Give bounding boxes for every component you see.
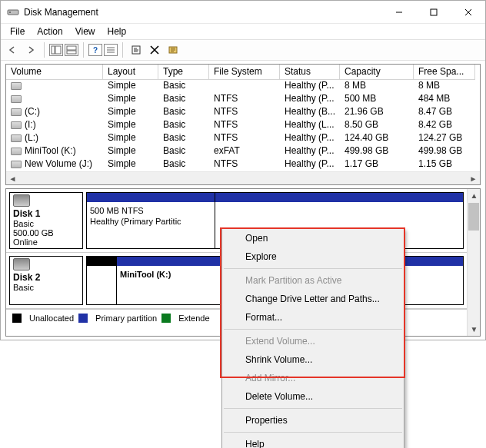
back-button[interactable]: [4, 41, 21, 58]
partition-size: 500 MB NTFS: [90, 206, 144, 215]
cell: Basic: [158, 132, 209, 145]
col-layout[interactable]: Layout: [103, 65, 158, 80]
menu-extend-volume[interactable]: Extend Volume...: [222, 332, 404, 350]
cell: 8.47 GB: [414, 106, 475, 119]
close-button[interactable]: [451, 1, 485, 23]
action-icon[interactable]: [165, 41, 181, 58]
volume-list-body[interactable]: SimpleBasicHealthy (P...8 MB8 MBSimpleBa…: [6, 80, 480, 171]
scroll-right-icon[interactable]: ►: [467, 172, 480, 185]
cell: 8 MB: [340, 80, 414, 93]
cell: [6, 80, 103, 93]
col-freespace[interactable]: Free Spa...: [414, 65, 475, 80]
horizontal-scrollbar[interactable]: ◄ ►: [6, 171, 480, 184]
disk-2-partition-unallocated[interactable]: [86, 256, 117, 305]
cell: Simple: [103, 93, 158, 106]
cell: 499.98 GB: [414, 145, 475, 158]
col-status[interactable]: Status: [280, 65, 340, 80]
forward-button[interactable]: [22, 41, 39, 58]
cell: 484 MB: [414, 93, 475, 106]
menu-shrink-volume[interactable]: Shrink Volume...: [222, 350, 404, 369]
volume-row[interactable]: SimpleBasicHealthy (P...8 MB8 MB: [6, 80, 480, 93]
menu-help[interactable]: Help: [103, 25, 131, 38]
cell: Simple: [103, 119, 158, 132]
volume-row[interactable]: New Volume (J:)SimpleBasicNTFSHealthy (P…: [6, 158, 480, 171]
menu-format[interactable]: Format...: [222, 308, 404, 327]
cell: New Volume (J:): [6, 158, 103, 171]
partition-stripe: [215, 193, 463, 202]
swatch-unallocated: [12, 314, 22, 323]
legend-extended: Extende: [178, 314, 209, 323]
swatch-primary: [78, 314, 88, 323]
cell: Healthy (P...: [280, 158, 340, 171]
col-filesystem[interactable]: File System: [209, 65, 280, 80]
menu-view[interactable]: View: [71, 25, 100, 38]
context-menu: Open Explore Mark Partition as Active Ch…: [221, 228, 404, 448]
refresh-button[interactable]: [128, 41, 145, 58]
cell: (C:): [6, 106, 103, 119]
cell: Healthy (P...: [280, 132, 340, 145]
menu-file[interactable]: File: [5, 25, 29, 38]
menu-add-mirror[interactable]: Add Mirror...: [222, 369, 404, 387]
title-bar: Disk Management: [1, 1, 485, 24]
volume-row[interactable]: MiniTool (K:)SimpleBasicexFATHealthy (P.…: [6, 145, 480, 158]
cell: MiniTool (K:): [6, 145, 103, 158]
disk-1-info[interactable]: Disk 1 Basic 500.00 GB Online: [9, 192, 83, 249]
volume-row[interactable]: (L:)SimpleBasicNTFSHealthy (P...124.40 G…: [6, 132, 480, 145]
toolbar: ?: [1, 39, 485, 61]
menu-change-letter[interactable]: Change Drive Letter and Paths...: [222, 290, 404, 308]
show-hide-tree-button[interactable]: [49, 44, 63, 56]
cell: Simple: [103, 145, 158, 158]
disk-1-title: Disk 1: [13, 208, 40, 219]
cell: 8.50 GB: [340, 119, 414, 132]
menu-explore[interactable]: Explore: [222, 247, 404, 266]
maximize-button[interactable]: [416, 1, 451, 23]
delete-icon[interactable]: [146, 41, 163, 58]
cell: 124.27 GB: [414, 132, 475, 145]
svg-rect-3: [431, 9, 437, 15]
cell: Healthy (L...: [280, 119, 340, 132]
cell: Healthy (B...: [280, 106, 340, 119]
volume-row[interactable]: SimpleBasicNTFSHealthy (P...500 MB484 MB: [6, 93, 480, 106]
col-volume[interactable]: Volume: [6, 65, 103, 80]
window-title: Disk Management: [24, 7, 381, 18]
cell: NTFS: [209, 106, 280, 119]
app-icon: [7, 6, 19, 18]
menu-delete-volume[interactable]: Delete Volume...: [222, 387, 404, 406]
scroll-up-icon[interactable]: ▲: [468, 189, 481, 202]
scroll-left-icon[interactable]: ◄: [6, 172, 19, 185]
cell: Simple: [103, 106, 158, 119]
vertical-scrollbar[interactable]: ▲ ▼: [467, 189, 480, 336]
svg-rect-6: [52, 46, 55, 54]
svg-point-1: [9, 12, 11, 13]
menu-action[interactable]: Action: [32, 25, 67, 38]
partition-stripe: [87, 257, 116, 266]
disk-1-partition-1[interactable]: 500 MB NTFS Healthy (Primary Partitic: [86, 192, 215, 249]
cell: Simple: [103, 132, 158, 145]
cell: NTFS: [209, 158, 280, 171]
menu-help[interactable]: Help: [222, 435, 404, 448]
help-button[interactable]: ?: [88, 44, 102, 56]
disk-icon: [13, 258, 30, 270]
scrollbar-thumb[interactable]: [468, 203, 479, 231]
volume-row[interactable]: (I:)SimpleBasicNTFSHealthy (L...8.50 GB8…: [6, 119, 480, 132]
scroll-down-icon[interactable]: ▼: [468, 323, 481, 336]
menu-open[interactable]: Open: [222, 229, 404, 247]
cell: 1.15 GB: [414, 158, 475, 171]
menu-mark-active[interactable]: Mark Partition as Active: [222, 271, 404, 290]
col-type[interactable]: Type: [158, 65, 209, 80]
disk-2-type: Basic: [13, 283, 34, 292]
col-capacity[interactable]: Capacity: [340, 65, 414, 80]
cell: NTFS: [209, 119, 280, 132]
show-hide-bottom-button[interactable]: [65, 44, 78, 56]
settings-list-button[interactable]: [104, 44, 118, 56]
cell: exFAT: [209, 145, 280, 158]
disk-1-size: 500.00 GB: [13, 228, 54, 237]
disk-1-status: Online: [13, 237, 38, 247]
volume-row[interactable]: (C:)SimpleBasicNTFSHealthy (B...21.96 GB…: [6, 106, 480, 119]
menu-properties[interactable]: Properties: [222, 411, 404, 430]
cell: 1.17 GB: [340, 158, 414, 171]
disk-2-info[interactable]: Disk 2 Basic: [9, 256, 83, 305]
cell: 499.98 GB: [340, 145, 414, 158]
legend-unallocated: Unallocated: [29, 314, 74, 323]
minimize-button[interactable]: [381, 1, 416, 23]
